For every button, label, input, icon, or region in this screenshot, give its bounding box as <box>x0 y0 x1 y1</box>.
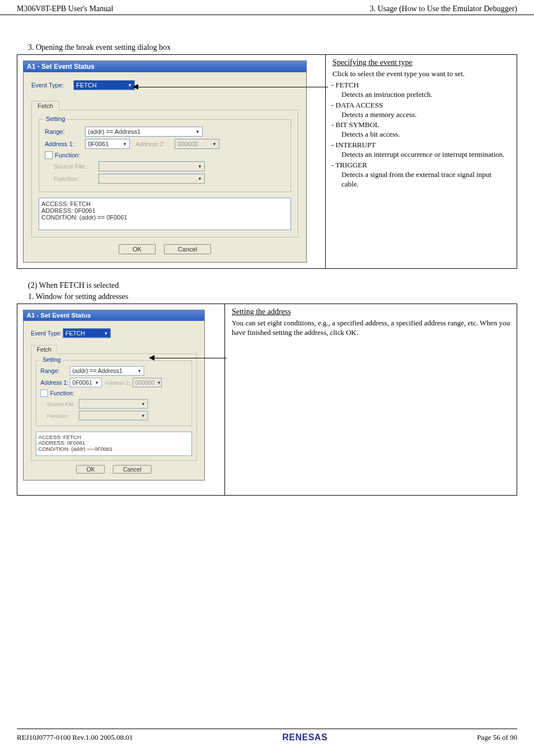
source-file-label2: Source File : <box>47 401 79 407</box>
chevron-down-icon: ▼ <box>198 176 202 181</box>
chevron-down-icon: ▼ <box>128 83 132 88</box>
ok-button2[interactable]: OK <box>76 465 105 473</box>
explain1-lead: Click to select the event type you want … <box>332 69 510 79</box>
chevron-down-icon: ▼ <box>141 402 146 407</box>
event-type-label2: Event Type: <box>31 330 63 336</box>
addr2-label2: Address 2: <box>105 380 132 385</box>
chevron-down-icon: ▼ <box>198 164 202 169</box>
range-label: Range: <box>45 128 85 135</box>
addr2-combo: 000000 ▼ <box>175 139 219 149</box>
event-type-value: FETCH <box>76 82 97 88</box>
setting-group2: Setting Range: (addr) == Address1 ▼ Addr… <box>36 360 192 426</box>
addr1-combo[interactable]: 0F0061 ▼ <box>85 139 130 149</box>
chevron-down-icon: ▼ <box>141 413 146 418</box>
term-bit: BIT SYMBOL <box>337 120 510 130</box>
addr1-label2: Address 1: <box>40 379 69 385</box>
range-combo[interactable]: (addr) == Address1 ▼ <box>85 127 203 137</box>
footer-left: REJ10J0777-0100 Rev.1.00 2005.08.01 <box>17 733 133 742</box>
addr1-value: 0F0061 <box>88 141 109 147</box>
addr1-combo2[interactable]: 0F0061 ▼ <box>70 378 102 388</box>
function-combo2: ▼ <box>79 411 148 421</box>
section1-title: 3. Opening the break event setting dialo… <box>28 43 517 52</box>
arrow-head-1 <box>133 84 138 90</box>
range-value: (addr) == Address1 <box>88 128 140 135</box>
function-label: Function : <box>54 175 99 182</box>
function-label2: Function : <box>47 413 79 418</box>
cancel-button2[interactable]: Cancel <box>113 465 152 473</box>
chevron-down-icon: ▼ <box>137 368 142 374</box>
page-footer: REJ10J0777-0100 Rev.1.00 2005.08.01 RENE… <box>17 729 517 743</box>
term-trig: TRIGGER <box>337 161 510 170</box>
page-header: M306V8T-EPB User's Manual 3. Usage (How … <box>0 0 534 15</box>
sub-int: Detects an interrupt occurrence or inter… <box>341 150 510 160</box>
source-file-label: Source File : <box>54 163 99 170</box>
fetch-panel2: Setting Range: (addr) == Address1 ▼ Addr… <box>31 353 196 461</box>
leader-line-2 <box>154 358 227 358</box>
ok-button[interactable]: OK <box>119 244 156 254</box>
sub-trig: Detects a signal from the external trace… <box>341 170 510 189</box>
section2-title: 1. Window for setting addresses <box>28 292 517 301</box>
term-data: DATA ACCESS <box>337 101 510 110</box>
event-type-label: Event Type: <box>31 82 73 88</box>
setting-group: Setting Range: (addr) == Address1 ▼ Addr… <box>39 119 291 192</box>
chevron-down-icon: ▼ <box>104 331 108 336</box>
fetch-tab[interactable]: Fetch <box>31 101 59 110</box>
range-value2: (addr) == Address1 <box>72 368 122 374</box>
event-type-combo[interactable]: FETCH ▼ <box>73 80 135 90</box>
brand-logo: RENESAS <box>282 732 327 743</box>
range-combo2[interactable]: (addr) == Address1 ▼ <box>70 366 144 376</box>
main-content: 3. Opening the break event setting dialo… <box>0 15 534 496</box>
section2-heading: (2) When FETCH is selected <box>28 281 517 290</box>
status-box: ACCESS: FETCH ADDRESS: 0F0061 CONDITION:… <box>39 198 291 230</box>
fetch-panel: Setting Range: (addr) == Address1 ▼ Addr… <box>31 110 298 237</box>
explain1-title: Specifying the event type <box>332 58 510 67</box>
explain2-body: You can set eight conditions, e.g., a sp… <box>232 319 510 338</box>
leader-line-1 <box>138 87 328 87</box>
function-check-label2: Function: <box>50 390 74 396</box>
addr1-label: Address 1: <box>45 141 85 147</box>
sub-bit: Detects a bit access. <box>341 130 510 139</box>
group-title2: Setting <box>40 357 63 363</box>
source-file-combo2: ▼ <box>79 399 148 409</box>
range-label2: Range: <box>40 368 69 374</box>
header-left: M306V8T-EPB User's Manual <box>17 4 113 13</box>
dialog2-title: A1 - Set Event Status <box>24 310 204 321</box>
explain1-list: FETCH Detects an instruction prefetch. D… <box>337 81 510 189</box>
term-fetch: FETCH <box>337 81 510 90</box>
cancel-button[interactable]: Cancel <box>164 244 211 254</box>
header-right: 3. Usage (How to Use the Emulator Debugg… <box>369 4 517 13</box>
chevron-down-icon: ▼ <box>195 129 200 134</box>
term-int: INTERRUPT <box>337 141 510 150</box>
figure2-cell: A1 - Set Event Status Event Type: FETCH … <box>17 304 225 496</box>
chevron-down-icon: ▼ <box>123 142 127 147</box>
event-type-value2: FETCH <box>65 330 85 336</box>
addr2-value2: 000000 <box>135 379 154 385</box>
explain1-cell: Specifying the event type Click to selec… <box>326 54 517 269</box>
addr2-value: 000000 <box>177 141 198 147</box>
addr2-combo2: 000000 ▼ <box>133 378 162 388</box>
source-file-combo: ▼ <box>99 161 205 171</box>
explain2-cell: Setting the address You can set eight co… <box>225 304 517 496</box>
addr2-label: Address 2: <box>135 141 175 147</box>
function-check-label: Function: <box>55 152 80 158</box>
chevron-down-icon: ▼ <box>212 142 217 147</box>
sub-fetch: Detects an instruction prefetch. <box>341 90 510 100</box>
function-checkbox2[interactable] <box>40 390 48 397</box>
status-box2: ACCESS: FETCH ADDRESS: 0F0061 CONDITION:… <box>36 432 192 456</box>
dialog2: A1 - Set Event Status Event Type: FETCH … <box>23 310 205 480</box>
dialog1: A1 - Set Event Status Event Type: FETCH … <box>23 60 307 263</box>
fetch-tab2[interactable]: Fetch <box>31 345 57 354</box>
sub-data: Detects a memory access. <box>341 110 510 120</box>
explain2-title: Setting the address <box>232 307 510 316</box>
event-type-combo2[interactable]: FETCH ▼ <box>63 328 111 338</box>
function-combo: ▼ <box>99 174 205 184</box>
function-checkbox[interactable] <box>45 151 53 159</box>
chevron-down-icon: ▼ <box>157 380 161 385</box>
footer-right: Page 56 of 90 <box>477 733 517 742</box>
group-title: Setting <box>44 115 67 122</box>
chevron-down-icon: ▼ <box>95 380 99 385</box>
dialog1-title: A1 - Set Event Status <box>24 61 306 72</box>
arrow-head-2 <box>149 355 154 361</box>
addr1-value2: 0F0061 <box>72 379 92 385</box>
